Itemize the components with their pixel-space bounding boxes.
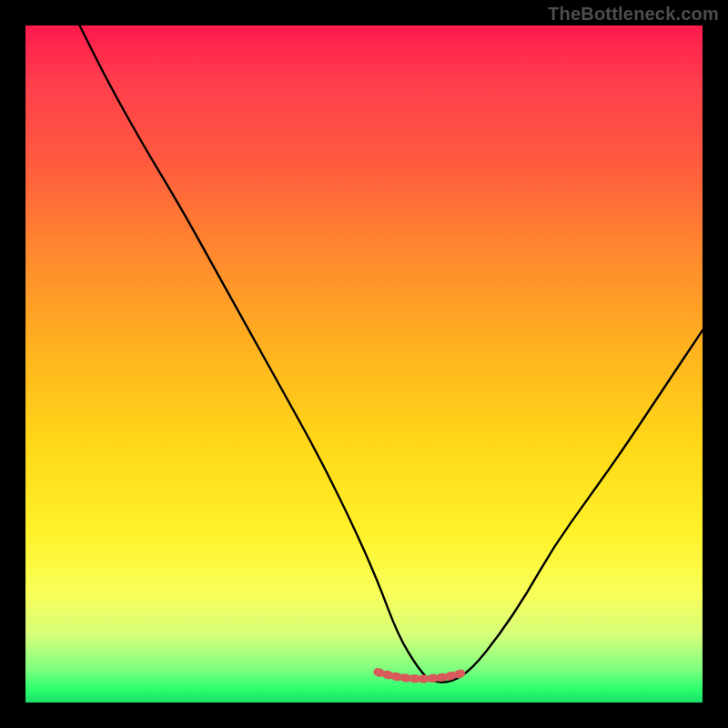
chart-frame: TheBottleneck.com	[0, 0, 728, 728]
plot-area	[25, 25, 703, 703]
watermark-text: TheBottleneck.com	[548, 4, 719, 25]
chart-svg	[25, 25, 703, 703]
bottleneck-curve	[80, 25, 703, 682]
